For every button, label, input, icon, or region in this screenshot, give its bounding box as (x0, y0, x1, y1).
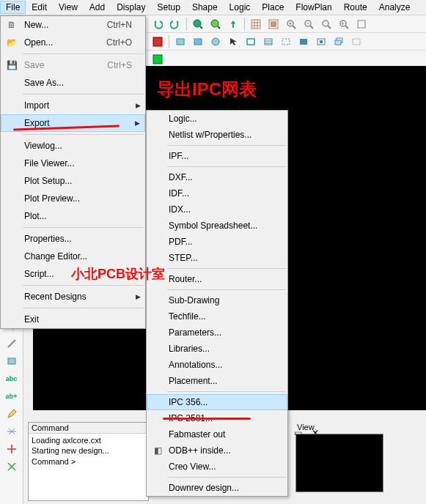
cross-green-icon[interactable] (4, 459, 20, 475)
rect-tool-icon[interactable] (4, 353, 20, 369)
zoom-out-icon[interactable] (301, 16, 317, 32)
zoom-world-icon[interactable] (190, 16, 206, 32)
export-ipc2581[interactable]: IPC 2581... (147, 410, 287, 426)
menu-display[interactable]: Display (111, 1, 151, 14)
file-fileviewer[interactable]: File Viewer... (1, 155, 145, 172)
color-swatch-icon[interactable] (150, 34, 166, 50)
shape-circle-icon[interactable] (208, 34, 224, 50)
shape-fill-icon[interactable] (190, 34, 206, 50)
svg-point-11 (323, 21, 328, 26)
zoom-all-icon[interactable] (353, 16, 370, 32)
export-symsheet[interactable]: Symbol Spreadsheet... (147, 218, 287, 234)
export-idx[interactable]: IDX... (147, 201, 287, 218)
undo-icon[interactable] (150, 16, 166, 32)
menu-add[interactable]: Add (84, 1, 111, 14)
export-idf[interactable]: IDF... (147, 185, 287, 201)
rect-solid-icon[interactable] (295, 34, 312, 50)
menu-setup[interactable]: Setup (152, 1, 186, 14)
svg-point-0 (194, 20, 201, 27)
view-thumbnail[interactable] (295, 434, 383, 492)
swatch-green-icon[interactable] (150, 51, 166, 67)
zoom-prev-icon[interactable] (336, 16, 352, 32)
sep (167, 268, 286, 269)
export-techfile[interactable]: Techfile... (147, 308, 287, 325)
file-viewlog[interactable]: Viewlog... (1, 137, 145, 155)
file-script[interactable]: Script... (1, 265, 145, 283)
export-libraries[interactable]: Libraries... (147, 341, 287, 357)
text-tool-icon[interactable]: abc (4, 371, 20, 387)
menu-analyze[interactable]: Analyze (373, 1, 416, 14)
file-plotpreview[interactable]: Plot Preview... (1, 190, 145, 207)
cross-red-icon[interactable] (4, 441, 20, 457)
export-parameters[interactable]: Parameters... (147, 325, 287, 341)
sep (23, 308, 144, 308)
cross-signal-icon[interactable] (4, 423, 20, 440)
zoom-fit-icon[interactable] (208, 16, 224, 32)
menu-logic[interactable]: Logic (224, 1, 257, 14)
export-creo[interactable]: Creo View... (147, 459, 287, 475)
sep (167, 166, 286, 167)
rect-outline-icon[interactable] (243, 34, 259, 50)
zoom-in-icon[interactable] (283, 16, 299, 32)
export-dxf[interactable]: DXF... (147, 169, 287, 185)
view-panel: View (294, 422, 426, 501)
file-properties[interactable]: Properties... (1, 230, 145, 248)
file-save[interactable]: 💾 SaveCtrl+S (1, 56, 145, 74)
text-add-icon[interactable]: ab+ (4, 388, 20, 404)
export-fabmaster[interactable]: Fabmaster out (147, 426, 287, 442)
rect-void-icon[interactable] (313, 34, 329, 50)
rect-dash-icon[interactable] (278, 34, 294, 50)
file-saveas[interactable]: Save As... (1, 74, 145, 92)
menu-edit[interactable]: Edit (26, 1, 53, 14)
rect-stack-icon[interactable] (331, 34, 347, 50)
command-body[interactable]: Loading axlcore.cxt Starting new design.… (29, 434, 148, 468)
rect-hatch-icon[interactable] (260, 34, 276, 50)
file-changeeditor[interactable]: Change Editor... (1, 248, 145, 265)
select-arrow-icon[interactable] (225, 34, 241, 50)
chevron-right-icon: ▶ (136, 102, 141, 109)
menu-place[interactable]: Place (256, 1, 290, 14)
chevron-right-icon: ▶ (135, 119, 140, 127)
svg-rect-13 (358, 21, 365, 28)
menu-file[interactable]: File (0, 1, 26, 14)
export-ipf[interactable]: IPF... (147, 148, 287, 164)
file-plot[interactable]: Plot... (1, 207, 145, 225)
export-step[interactable]: STEP... (147, 250, 287, 266)
file-import[interactable]: Import▶ (1, 97, 145, 114)
line-icon[interactable] (4, 336, 20, 352)
file-export[interactable]: Export▶ (1, 114, 145, 132)
menu-shape[interactable]: Shape (186, 1, 224, 14)
rect-defer-icon[interactable] (348, 34, 364, 50)
export-pdf[interactable]: PDF... (147, 234, 287, 250)
export-subdrawing[interactable]: Sub-Drawing (147, 292, 287, 308)
menu-flowplan[interactable]: FlowPlan (290, 1, 337, 14)
export-annotations[interactable]: Annotations... (147, 357, 287, 373)
export-ipc356[interactable]: IPC 356... (147, 394, 287, 410)
grid2-icon[interactable] (265, 16, 282, 32)
export-downrev[interactable]: Downrev design... (147, 480, 287, 496)
pin-icon[interactable] (225, 16, 241, 32)
new-icon: 🗎 (4, 20, 20, 30)
shape-rect-icon[interactable] (172, 34, 188, 50)
file-exit[interactable]: Exit (1, 311, 145, 328)
left-tool-strip: abc ab+ (0, 315, 23, 504)
export-router[interactable]: Router... (147, 271, 287, 287)
zoom-area-icon[interactable] (318, 16, 334, 32)
menu-route[interactable]: Route (338, 1, 373, 14)
view-title: View (294, 422, 426, 432)
export-netlist[interactable]: Netlist w/Properties... (147, 127, 287, 143)
file-recent[interactable]: Recent Designs▶ (1, 288, 145, 305)
file-new[interactable]: 🗎 New...Ctrl+N (1, 16, 145, 34)
svg-rect-18 (247, 39, 254, 45)
export-placement[interactable]: Placement... (147, 373, 287, 389)
export-logic[interactable]: Logic... (147, 111, 287, 127)
export-odb[interactable]: ◧ ODB++ inside... (147, 442, 287, 459)
grid-icon[interactable] (248, 16, 264, 32)
menu-view[interactable]: View (53, 1, 84, 14)
svg-rect-15 (177, 39, 184, 45)
file-open[interactable]: 📂 Open...Ctrl+O (1, 34, 145, 51)
file-plotsetup[interactable]: Plot Setup... (1, 172, 145, 190)
sep (23, 94, 144, 94)
edit-icon[interactable] (4, 406, 20, 422)
redo-icon[interactable] (167, 16, 183, 32)
